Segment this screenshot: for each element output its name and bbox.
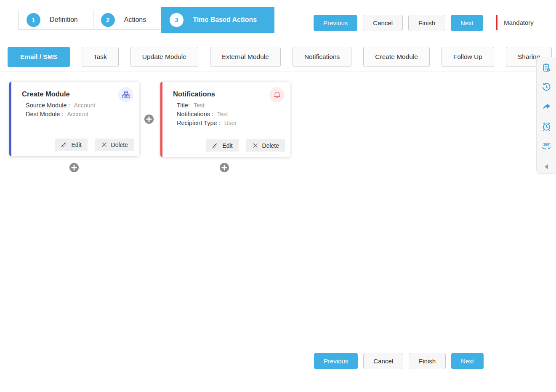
tab-external-module[interactable]: External Module [210,47,281,67]
field-value: Account [67,111,88,117]
field-label: Recipient Type : [177,120,221,126]
share-forward-icon[interactable] [541,101,552,112]
card-fields: Source Module : Account Dest Module : Ac… [26,102,133,117]
pencil-icon [61,141,67,148]
stepper: 1 Definition 2 Actions 3 Time Based Acti… [19,7,274,33]
next-button[interactable]: Next [451,353,484,369]
plus-circle-icon [144,115,154,124]
workflow-builder-page: 1 Definition 2 Actions 3 Time Based Acti… [0,0,556,392]
field-label: Dest Module : [26,111,63,117]
step-label: Time Based Actions [193,16,257,24]
step-label: Actions [124,16,146,24]
close-icon [252,142,258,149]
cubes-icon [118,87,133,102]
field-value: Test [217,111,228,117]
collapse-panel-icon[interactable] [541,164,552,170]
mandatory-red-bar [496,15,497,30]
add-action-below-notifications-button[interactable] [220,163,229,172]
cancel-button[interactable]: Cancel [363,15,403,31]
field-label: Notifications : [177,111,213,117]
cancel-button[interactable]: Cancel [363,353,403,369]
step-label: Definition [50,16,78,24]
previous-button[interactable]: Previous [314,353,358,369]
delete-button[interactable]: Delete [246,139,285,152]
mandatory-legend: Mandatory [496,15,534,30]
add-action-below-create-module-button[interactable] [69,163,79,172]
bell-icon [269,87,285,102]
step-time-based-actions[interactable]: 3 Time Based Actions [161,7,274,33]
plus-circle-icon [69,163,79,172]
field-label: Title: [177,102,190,109]
clipboard-check-icon[interactable] [541,63,552,73]
side-tool-panel: 360° [536,57,556,174]
notifications-action-card: Notifications Title: Test Notifications … [160,82,290,157]
top-action-bar: Previous Cancel Finish Next [314,15,483,31]
field-value: User [224,120,237,126]
delete-button[interactable]: Delete [95,139,134,151]
tab-create-module[interactable]: Create Module [363,47,430,67]
tab-update-module[interactable]: Update Module [130,47,198,67]
step-number-badge: 2 [101,13,115,27]
card-title: Create Module [22,90,133,98]
finish-button[interactable]: Finish [408,15,445,31]
add-action-between-button[interactable] [144,115,154,124]
card-title: Notifications [173,90,285,98]
card-fields: Title: Test Notifications : Test Recipie… [177,102,285,126]
card-buttons: Edit Delete [206,139,285,152]
tab-task[interactable]: Task [82,47,119,67]
history-icon[interactable] [541,82,552,92]
field-value: Test [194,102,205,109]
plus-circle-icon [220,163,229,172]
tab-email-sms[interactable]: Email / SMS [8,47,70,67]
create-module-action-card: Create Module Source Module : Account De… [9,82,139,156]
tab-follow-up[interactable]: Follow Up [442,47,494,67]
header-divider [6,39,544,39]
alarm-clock-icon[interactable] [541,121,552,132]
field-value: Account [74,102,96,109]
step-number-badge: 3 [170,13,184,27]
finish-button[interactable]: Finish [409,353,446,369]
step-definition[interactable]: 1 Definition [19,10,93,30]
edit-button[interactable]: Edit [206,139,238,152]
action-type-tabs: Email / SMS Task Update Module External … [8,47,552,67]
step-actions[interactable]: 2 Actions [93,10,162,30]
previous-button[interactable]: Previous [314,15,357,31]
field-label: Source Module : [26,102,70,109]
svg-text:360°: 360° [543,142,551,147]
card-buttons: Edit Delete [55,139,134,151]
tab-notifications[interactable]: Notifications [293,47,351,67]
tabs-divider [0,72,536,72]
pencil-icon [212,142,218,149]
step-number-badge: 1 [27,13,40,27]
bottom-action-bar: Previous Cancel Finish Next [314,353,484,369]
close-icon [101,141,107,148]
mandatory-label: Mandatory [504,19,534,26]
edit-button[interactable]: Edit [55,139,87,151]
360-view-icon[interactable]: 360° [541,141,552,152]
next-button[interactable]: Next [451,15,483,31]
